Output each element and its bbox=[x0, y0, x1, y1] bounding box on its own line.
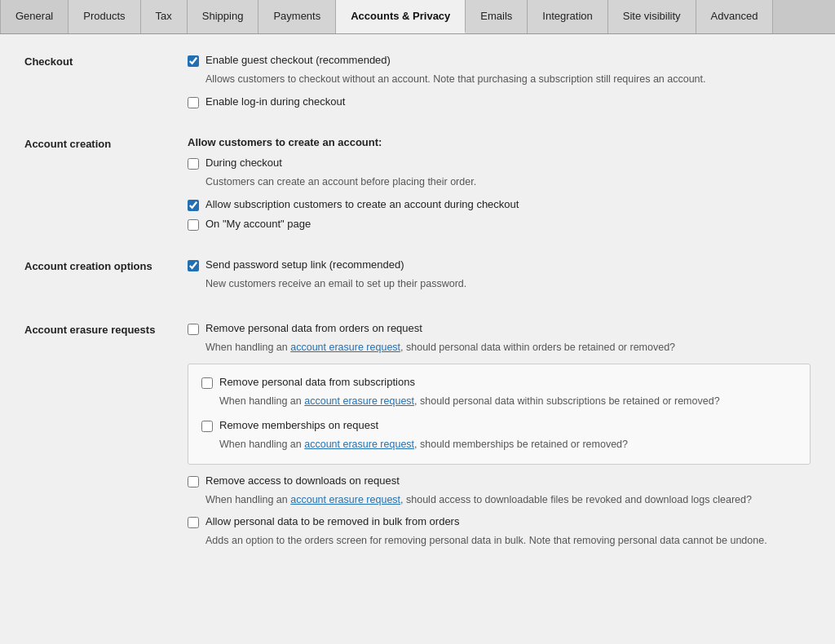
erasure-request-link-2[interactable]: account erasure request bbox=[304, 395, 414, 407]
subscription-checkout-row: Allow subscription customers to create a… bbox=[188, 198, 811, 211]
login-checkout-label[interactable]: Enable log-in during checkout bbox=[205, 95, 345, 108]
during-checkout-row: During checkout bbox=[188, 157, 811, 170]
account-erasure-controls: Remove personal data from orders on requ… bbox=[188, 322, 811, 557]
account-creation-heading: Allow customers to create an account: bbox=[188, 136, 811, 148]
my-account-checkbox[interactable] bbox=[188, 219, 199, 231]
guest-checkout-label[interactable]: Enable guest checkout (recommended) bbox=[205, 54, 391, 66]
remove-subscriptions-description: When handling an account erasure request… bbox=[219, 394, 797, 409]
tab-payments[interactable]: Payments bbox=[258, 0, 336, 33]
remove-subscriptions-row: Remove personal data from subscriptions bbox=[201, 376, 797, 389]
password-setup-row: Send password setup link (recommended) bbox=[188, 258, 811, 271]
account-erasure-section: Account erasure requests Remove personal… bbox=[24, 322, 811, 557]
my-account-label[interactable]: On "My account" page bbox=[205, 218, 311, 230]
account-creation-options-section: Account creation options Send password s… bbox=[24, 258, 811, 300]
account-creation-options-controls: Send password setup link (recommended) N… bbox=[188, 258, 811, 300]
tab-accounts-privacy[interactable]: Accounts & Privacy bbox=[336, 0, 466, 33]
account-creation-options-label: Account creation options bbox=[24, 258, 188, 272]
guest-checkout-row: Enable guest checkout (recommended) bbox=[188, 54, 811, 67]
guest-checkout-checkbox[interactable] bbox=[188, 55, 199, 67]
erasure-request-link-4[interactable]: account erasure request bbox=[290, 494, 400, 505]
tab-products[interactable]: Products bbox=[68, 0, 140, 33]
login-checkout-checkbox[interactable] bbox=[188, 97, 199, 108]
account-erasure-label: Account erasure requests bbox=[24, 322, 188, 336]
account-creation-section: Account creation Allow customers to crea… bbox=[24, 136, 811, 236]
remove-personal-orders-label[interactable]: Remove personal data from orders on requ… bbox=[205, 322, 422, 334]
remove-memberships-checkbox[interactable] bbox=[201, 421, 213, 432]
checkout-label: Checkout bbox=[24, 54, 188, 68]
remove-bulk-orders-row: Allow personal data to be removed in bul… bbox=[188, 515, 811, 528]
remove-personal-orders-row: Remove personal data from orders on requ… bbox=[188, 322, 811, 335]
tab-integration[interactable]: Integration bbox=[528, 0, 607, 33]
subscription-checkout-label[interactable]: Allow subscription customers to create a… bbox=[205, 198, 519, 210]
tab-site-visibility[interactable]: Site visibility bbox=[608, 0, 696, 33]
remove-bulk-orders-label[interactable]: Allow personal data to be removed in bul… bbox=[205, 515, 459, 527]
remove-memberships-row: Remove memberships on request bbox=[201, 419, 797, 432]
during-checkout-label[interactable]: During checkout bbox=[205, 157, 282, 169]
erasure-request-link-1[interactable]: account erasure request bbox=[290, 342, 400, 353]
during-checkout-description: Customers can create an account before p… bbox=[205, 174, 811, 190]
tab-tax[interactable]: Tax bbox=[141, 0, 188, 33]
during-checkout-checkbox[interactable] bbox=[188, 158, 199, 170]
remove-downloads-label[interactable]: Remove access to downloads on request bbox=[205, 474, 400, 487]
tab-advanced[interactable]: Advanced bbox=[696, 0, 774, 33]
account-creation-label: Account creation bbox=[24, 136, 188, 150]
password-setup-checkbox[interactable] bbox=[188, 260, 199, 271]
password-setup-description: New customers receive an email to set up… bbox=[205, 276, 811, 292]
password-setup-label[interactable]: Send password setup link (recommended) bbox=[205, 258, 404, 271]
remove-downloads-checkbox[interactable] bbox=[188, 476, 199, 487]
remove-downloads-description: When handling an account erasure request… bbox=[205, 492, 811, 508]
subscription-checkout-checkbox[interactable] bbox=[188, 200, 199, 211]
remove-personal-orders-checkbox[interactable] bbox=[188, 324, 199, 335]
remove-downloads-row: Remove access to downloads on request bbox=[188, 474, 811, 487]
highlighted-options-box: Remove personal data from subscriptions … bbox=[188, 364, 811, 465]
tab-shipping[interactable]: Shipping bbox=[188, 0, 259, 33]
remove-subscriptions-checkbox[interactable] bbox=[201, 377, 213, 389]
remove-bulk-orders-checkbox[interactable] bbox=[188, 517, 199, 528]
remove-memberships-label[interactable]: Remove memberships on request bbox=[219, 419, 378, 431]
remove-memberships-description: When handling an account erasure request… bbox=[219, 437, 797, 452]
login-checkout-row: Enable log-in during checkout bbox=[188, 95, 811, 108]
checkout-section: Checkout Enable guest checkout (recommen… bbox=[24, 54, 811, 113]
account-creation-controls: Allow customers to create an account: Du… bbox=[188, 136, 811, 236]
tab-bar: General Products Tax Shipping Payments A… bbox=[0, 0, 835, 34]
tab-emails[interactable]: Emails bbox=[466, 0, 528, 33]
guest-checkout-description: Allows customers to checkout without an … bbox=[205, 72, 811, 87]
checkout-controls: Enable guest checkout (recommended) Allo… bbox=[188, 54, 811, 113]
tab-general[interactable]: General bbox=[0, 0, 68, 33]
remove-personal-orders-description: When handling an account erasure request… bbox=[205, 340, 811, 355]
main-content: Checkout Enable guest checkout (recommen… bbox=[0, 34, 835, 644]
remove-bulk-orders-description: Adds an option to the orders screen for … bbox=[205, 533, 811, 549]
remove-subscriptions-label[interactable]: Remove personal data from subscriptions bbox=[219, 376, 415, 388]
erasure-request-link-3[interactable]: account erasure request bbox=[304, 439, 414, 450]
my-account-row: On "My account" page bbox=[188, 218, 811, 231]
